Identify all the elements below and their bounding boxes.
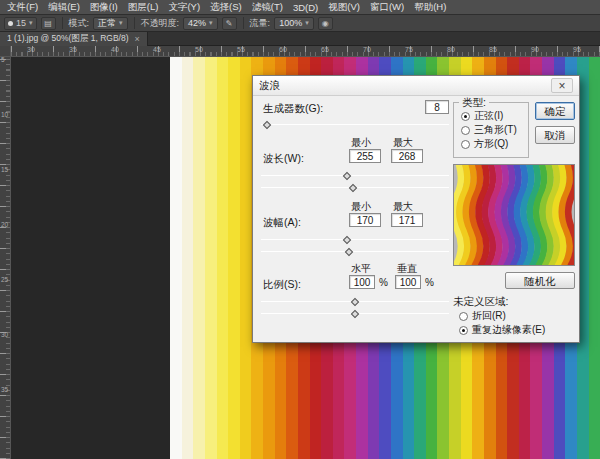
slider-track [261, 239, 449, 240]
opacity-label: 不透明度: [141, 17, 180, 30]
radio-triangle[interactable]: 三角形(T) [461, 124, 517, 136]
amplitude-label: 波幅(A): [263, 216, 301, 230]
slider-thumb[interactable] [351, 310, 359, 318]
slider-thumb[interactable] [343, 236, 351, 244]
ruler-label: 30 [1, 331, 8, 338]
menu-item-2[interactable]: 编辑(E) [43, 1, 85, 14]
wavelength-min-header: 最小 [351, 136, 371, 150]
menu-item-10[interactable]: 窗口(W) [365, 1, 409, 14]
wavelength-max-slider[interactable] [261, 183, 449, 193]
radio-icon [461, 140, 470, 149]
menu-item-1[interactable]: 文件(F) [2, 1, 43, 14]
document-tab[interactable]: 1 (1).jpg @ 50%(图层 1, RGB/8) × [0, 32, 148, 46]
amplitude-min-input[interactable]: 170 [349, 213, 381, 227]
scale-horizontal-slider[interactable] [261, 297, 449, 307]
ruler-label: 10 [1, 111, 8, 118]
separator [62, 17, 63, 29]
horizontal-ruler[interactable]: 3035404550556065707580859095 [11, 46, 600, 57]
slider-thumb[interactable] [351, 298, 359, 306]
vertical-ruler[interactable]: 5101520253035 [0, 46, 11, 459]
stripe [205, 57, 217, 459]
cancel-button[interactable]: 取消 [535, 126, 575, 144]
wave-preview [453, 164, 575, 266]
slider-thumb[interactable] [343, 172, 351, 180]
opacity-value: 42% [188, 18, 206, 28]
airbrush-icon[interactable]: ◉ [318, 17, 333, 30]
ruler-label: 35 [1, 386, 8, 393]
wavelength-max-header: 最大 [393, 136, 413, 150]
chevron-down-icon: ▾ [29, 19, 33, 27]
dialog-body: 生成器数(G): 8 最小 最大 波长(W): 255 268 最小 最大 [253, 96, 579, 342]
ruler-label: 70 [363, 46, 371, 53]
scale-horizontal-unit: % [379, 277, 388, 288]
mode-select[interactable]: 正常 ▾ [93, 17, 128, 30]
stripe [589, 57, 600, 459]
radio-square[interactable]: 方形(Q) [461, 138, 508, 150]
wavelength-min-slider[interactable] [261, 171, 449, 181]
brush-preset-picker[interactable]: 15 ▾ [4, 17, 37, 30]
flow-value: 100% [279, 18, 302, 28]
radio-wrap-around[interactable]: 折回(R) [459, 310, 506, 322]
wavelength-max-input[interactable]: 268 [391, 149, 423, 163]
radio-repeat-edge-pixels[interactable]: 重复边缘像素(E) [459, 324, 545, 336]
undefined-areas-label: 未定义区域: [453, 295, 508, 309]
ruler-label: 15 [1, 166, 8, 173]
menu-item-4[interactable]: 图层(L) [123, 1, 164, 14]
menu-item-11[interactable]: 帮助(H) [409, 1, 451, 14]
flow-select[interactable]: 100% ▾ [274, 17, 314, 30]
radio-icon [461, 112, 470, 121]
amplitude-max-slider[interactable] [261, 247, 449, 257]
close-icon[interactable]: × [551, 78, 573, 93]
slider-thumb[interactable] [349, 184, 357, 192]
slider-track [261, 251, 449, 252]
radio-icon [461, 126, 470, 135]
dialog-titlebar[interactable]: 波浪 × [253, 76, 579, 96]
close-icon[interactable]: × [135, 34, 140, 44]
radio-icon [459, 312, 468, 321]
generators-input[interactable]: 8 [425, 100, 449, 114]
scale-label: 比例(S): [263, 278, 301, 292]
options-bar: 15 ▾ ▤ 模式: 正常 ▾ 不透明度: 42% ▾ ✎ 流量: 100% ▾… [0, 15, 600, 32]
ruler-label: 75 [405, 46, 413, 53]
amplitude-min-slider[interactable] [261, 235, 449, 245]
ruler-label: 95 [573, 46, 581, 53]
menu-item-7[interactable]: 滤镜(T) [247, 1, 288, 14]
menu-item-5[interactable]: 文字(Y) [163, 1, 205, 14]
opacity-select[interactable]: 42% ▾ [183, 17, 218, 30]
radio-sine[interactable]: 正弦(I) [461, 110, 503, 122]
ruler-label: 20 [1, 221, 8, 228]
ruler-label: 50 [195, 46, 203, 53]
brush-panel-toggle-icon[interactable]: ▤ [41, 17, 56, 30]
stripe [193, 57, 205, 459]
stripe [217, 57, 229, 459]
scale-vertical-header: 垂直 [397, 262, 417, 276]
ruler-label: 45 [153, 46, 161, 53]
menu-item-9[interactable]: 视图(V) [323, 1, 365, 14]
brush-size-value: 15 [16, 18, 26, 28]
ruler-label: 35 [69, 46, 77, 53]
generators-slider[interactable] [261, 120, 449, 130]
ruler-label: 30 [27, 46, 35, 53]
menu-item-8[interactable]: 3D(D) [288, 2, 323, 13]
scale-horizontal-input[interactable]: 100 [349, 275, 375, 289]
amplitude-max-input[interactable]: 171 [391, 213, 423, 227]
ruler-label: 65 [321, 46, 329, 53]
scale-vertical-slider[interactable] [261, 309, 449, 319]
ok-button[interactable]: 确定 [535, 102, 575, 120]
ruler-label: 90 [531, 46, 539, 53]
menu-item-6[interactable]: 选择(S) [205, 1, 247, 14]
amplitude-min-header: 最小 [351, 200, 371, 214]
mode-label: 模式: [69, 17, 90, 30]
radio-label: 重复边缘像素(E) [472, 323, 545, 337]
slider-thumb[interactable] [345, 248, 353, 256]
chevron-down-icon: ▾ [209, 19, 213, 27]
document-tab-bar: 1 (1).jpg @ 50%(图层 1, RGB/8) × [0, 32, 600, 46]
menu-item-3[interactable]: 图像(I) [85, 1, 123, 14]
ruler-label: 5 [1, 56, 5, 63]
type-group-label: 类型: [459, 96, 489, 110]
randomize-button[interactable]: 随机化 [505, 272, 575, 289]
wavelength-min-input[interactable]: 255 [349, 149, 381, 163]
pressure-opacity-icon[interactable]: ✎ [222, 17, 237, 30]
scale-vertical-input[interactable]: 100 [395, 275, 421, 289]
slider-thumb[interactable] [262, 121, 270, 129]
